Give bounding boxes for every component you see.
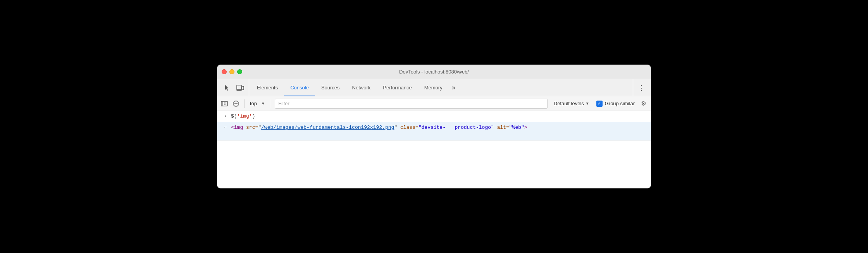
minimize-button[interactable] [229,69,234,74]
toolbar-spacer [459,79,633,96]
close-paren: ) [252,113,255,120]
class-value-2: product-logo" [455,124,494,132]
clear-console-button[interactable] [231,99,241,109]
device-icon [236,84,244,91]
kebab-menu-button[interactable]: ⋮ [633,79,649,96]
string-value: 'img' [237,113,252,120]
dollar-sign: $( [231,113,237,120]
default-levels-button[interactable]: Default levels ▼ [551,101,592,106]
attr-alt: alt= [497,124,509,132]
context-select-wrap: top ▼ [248,101,267,106]
tag-close: > [524,124,527,132]
tab-elements[interactable]: Elements [251,79,284,96]
console-output: › $('img') ← <img src="/web/images/web-f… [217,111,651,188]
default-levels-arrow-icon: ▼ [586,101,589,106]
maximize-button[interactable] [237,69,242,74]
devtools-window: DevTools - localhost:8080/web/ Elements … [217,65,651,188]
tab-network[interactable]: Network [346,79,377,96]
console-input-row: › $('img') [217,111,651,122]
alt-value: "Web" [509,124,524,132]
device-toggle-button[interactable] [235,82,246,93]
settings-button[interactable]: ⚙ [639,99,649,109]
no-entry-icon [233,101,239,107]
quote-close: " [394,124,397,132]
console-toolbar: top ▼ Default levels ▼ ✓ Group similar ⚙ [217,96,651,111]
filter-wrap [275,99,548,109]
traffic-lights [222,69,242,74]
quote-open: " [258,124,261,132]
tab-console[interactable]: Console [284,79,315,96]
tag-open: <img [231,124,243,132]
sidebar-toggle-icon [221,100,228,107]
group-similar-checkbox[interactable]: ✓ [596,101,603,107]
titlebar: DevTools - localhost:8080/web/ [217,65,651,79]
attr-src: src= [246,124,258,132]
tab-memory[interactable]: Memory [418,79,449,96]
src-link[interactable]: /web/images/web-fundamentals-icon192x192… [261,124,394,132]
cursor-toggle-button[interactable] [222,82,232,93]
toolbar-icons [219,79,249,96]
more-tabs-button[interactable]: » [449,79,459,96]
filter-input[interactable] [275,101,547,106]
divider-2 [270,99,270,108]
input-prompt: › [224,113,227,119]
input-code: $('img') [231,113,255,120]
tab-bar: Elements Console Sources Network Perform… [217,79,651,96]
class-value: "devsite- [418,124,446,132]
group-similar-option: ✓ Group similar [594,101,637,107]
result-gutter: ← [217,124,231,130]
close-button[interactable] [222,69,227,74]
tab-performance[interactable]: Performance [377,79,418,96]
attr-class: class= [400,124,418,132]
tab-sources[interactable]: Sources [315,79,346,96]
cursor-icon [224,84,231,91]
context-select[interactable]: top [248,101,267,106]
divider-1 [244,99,245,108]
return-arrow-icon: ← [224,125,227,130]
svg-rect-1 [242,86,244,90]
svg-rect-0 [237,85,241,91]
console-result-row: ← <img src="/web/images/web-fundamentals… [217,122,651,141]
window-title: DevTools - localhost:8080/web/ [399,69,469,75]
result-code: <img src="/web/images/web-fundamentals-i… [231,124,527,139]
sidebar-toggle-button[interactable] [219,99,229,109]
input-gutter: › [217,113,231,119]
